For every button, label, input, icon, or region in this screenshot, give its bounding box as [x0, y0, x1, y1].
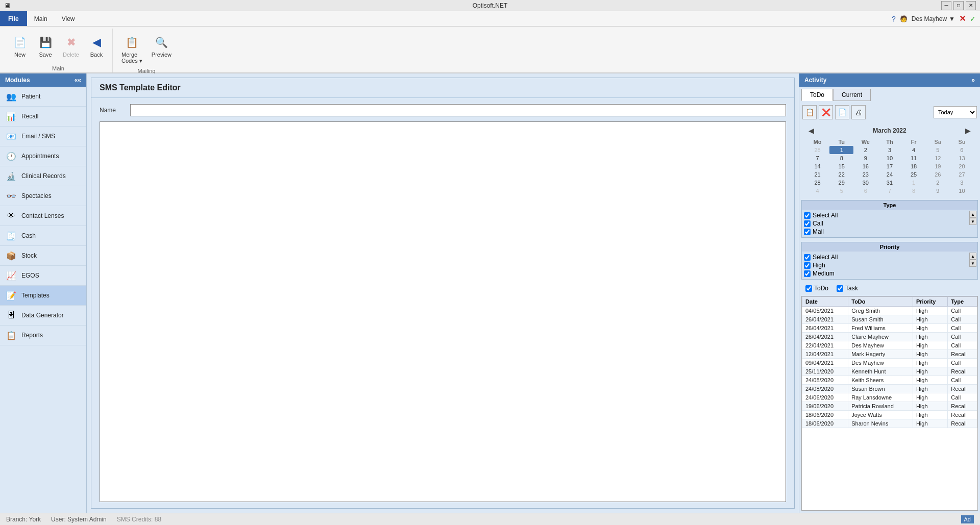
- calendar-day-cell[interactable]: 27: [950, 170, 974, 179]
- preview-button[interactable]: 🔍 Preview: [148, 32, 175, 60]
- close-window-button[interactable]: ✕: [966, 1, 976, 10]
- calendar-day-cell[interactable]: 23: [853, 170, 877, 179]
- calendar-day-cell[interactable]: 17: [877, 162, 901, 170]
- calendar-day-cell[interactable]: 10: [877, 154, 901, 162]
- sidebar-item-templates[interactable]: 📝 Templates: [0, 286, 86, 306]
- calendar-day-cell[interactable]: 1: [829, 146, 853, 154]
- priority-high-checkbox[interactable]: [804, 262, 811, 269]
- priority-medium-checkbox[interactable]: [804, 270, 811, 277]
- activity-table-row[interactable]: 26/04/2021Claire MayhewHighCall: [802, 333, 977, 341]
- new-button[interactable]: 📄 New: [8, 32, 32, 60]
- calendar-day-cell[interactable]: 29: [829, 179, 853, 187]
- priority-scroll-up-button[interactable]: ▲: [969, 253, 976, 260]
- calendar-day-cell[interactable]: 18: [902, 162, 926, 170]
- type-scroll-down-button[interactable]: ▼: [969, 218, 976, 225]
- save-button[interactable]: 💾 Save: [34, 32, 57, 60]
- calendar-day-cell[interactable]: 4: [805, 187, 829, 195]
- activity-table-row[interactable]: 12/04/2021Mark HagertyHighRecall: [802, 350, 977, 359]
- maximize-button[interactable]: □: [953, 1, 964, 10]
- collapse-activity-button[interactable]: »: [971, 77, 975, 84]
- view-menu[interactable]: View: [55, 11, 82, 26]
- calendar-day-cell[interactable]: 15: [829, 162, 853, 170]
- activity-delete-button[interactable]: ❌: [819, 105, 833, 119]
- activity-table-row[interactable]: 26/04/2021Susan SmithHighCall: [802, 315, 977, 324]
- calendar-day-cell[interactable]: 8: [902, 187, 926, 195]
- sidebar-item-stock[interactable]: 📦 Stock: [0, 246, 86, 266]
- type-scroll-up-button[interactable]: ▲: [969, 211, 976, 218]
- activity-table-row[interactable]: 04/05/2021Greg SmithHighCall: [802, 307, 977, 315]
- back-button[interactable]: ◀ Back: [85, 32, 108, 60]
- template-text-area[interactable]: [100, 121, 786, 502]
- sidebar-item-egos[interactable]: 📈 EGOS: [0, 266, 86, 286]
- calendar-day-cell[interactable]: 1: [902, 179, 926, 187]
- calendar-day-cell[interactable]: 24: [877, 170, 901, 179]
- main-menu[interactable]: Main: [27, 11, 55, 26]
- calendar-day-cell[interactable]: 14: [805, 162, 829, 170]
- priority-select-all-checkbox[interactable]: [804, 254, 811, 261]
- type-call-checkbox[interactable]: [804, 220, 811, 227]
- priority-scroll-down-button[interactable]: ▼: [969, 260, 976, 267]
- close-x-button[interactable]: ✕: [959, 14, 966, 23]
- calendar-day-cell[interactable]: 28: [805, 179, 829, 187]
- activity-table-row[interactable]: 18/06/2020Joyce WattsHighRecall: [802, 411, 977, 419]
- calendar-day-cell[interactable]: 21: [805, 170, 829, 179]
- tab-current[interactable]: Current: [833, 89, 871, 101]
- file-menu[interactable]: File: [0, 11, 27, 26]
- calendar-prev-button[interactable]: ◀: [805, 126, 817, 136]
- activity-table-row[interactable]: 24/06/2020Ray LansdowneHighCall: [802, 393, 977, 402]
- calendar-day-cell[interactable]: 7: [805, 154, 829, 162]
- calendar-day-cell[interactable]: 25: [902, 170, 926, 179]
- sidebar-item-email-sms[interactable]: 📧 Email / SMS: [0, 127, 86, 146]
- user-menu[interactable]: Des Mayhew ▼: [912, 15, 955, 22]
- calendar-day-cell[interactable]: 16: [853, 162, 877, 170]
- activity-table-row[interactable]: 25/11/2020Kenneth HuntHighRecall: [802, 367, 977, 376]
- tab-todo[interactable]: ToDo: [801, 89, 833, 101]
- calendar-day-cell[interactable]: 11: [902, 154, 926, 162]
- sidebar-item-cash[interactable]: 🧾 Cash: [0, 226, 86, 246]
- calendar-day-cell[interactable]: 2: [853, 146, 877, 154]
- activity-table-row[interactable]: 18/06/2020Sharon NevinsHighRecall: [802, 419, 977, 428]
- calendar-day-cell[interactable]: 4: [902, 146, 926, 154]
- sidebar-item-appointments[interactable]: 🕐 Appointments: [0, 146, 86, 166]
- calendar-day-cell[interactable]: 30: [853, 179, 877, 187]
- todo-checkbox[interactable]: [805, 285, 812, 292]
- calendar-day-cell[interactable]: 31: [877, 179, 901, 187]
- calendar-day-cell[interactable]: 26: [926, 170, 950, 179]
- calendar-day-cell[interactable]: 2: [926, 179, 950, 187]
- minimize-button[interactable]: ─: [941, 1, 951, 10]
- name-input[interactable]: [130, 104, 786, 116]
- sidebar-item-contact-lenses[interactable]: 👁 Contact Lenses: [0, 206, 86, 226]
- activity-table-row[interactable]: 26/04/2021Fred WilliamsHighCall: [802, 324, 977, 333]
- calendar-day-cell[interactable]: 12: [926, 154, 950, 162]
- sidebar-item-reports[interactable]: 📋 Reports: [0, 326, 86, 345]
- calendar-day-cell[interactable]: 5: [829, 187, 853, 195]
- activity-print-button[interactable]: 🖨: [851, 105, 866, 119]
- calendar-next-button[interactable]: ▶: [962, 126, 974, 136]
- calendar-day-cell[interactable]: 3: [950, 179, 974, 187]
- sidebar-item-clinical-records[interactable]: 🔬 Clinical Records: [0, 166, 86, 186]
- calendar-day-cell[interactable]: 8: [829, 154, 853, 162]
- delete-button[interactable]: ✖ Delete: [59, 32, 83, 60]
- activity-table-row[interactable]: 24/08/2020Susan BrownHighRecall: [802, 385, 977, 393]
- sidebar-item-patient[interactable]: 👥 Patient: [0, 87, 86, 107]
- todo-table-scroll[interactable]: Date ToDo Priority Type 04/05/2021Greg S…: [802, 296, 977, 428]
- sidebar-item-data-generator[interactable]: 🗄 Data Generator: [0, 306, 86, 326]
- activity-edit-button[interactable]: 📄: [835, 105, 849, 119]
- task-checkbox[interactable]: [837, 285, 843, 292]
- activity-table-row[interactable]: 19/06/2020Patricia RowlandHighRecall: [802, 402, 977, 411]
- sidebar-item-recall[interactable]: 📊 Recall: [0, 107, 86, 127]
- activity-add-button[interactable]: 📋: [802, 105, 817, 119]
- help-button[interactable]: ?: [892, 15, 896, 23]
- activity-table-row[interactable]: 09/04/2021Des MayhewHighCall: [802, 359, 977, 367]
- calendar-day-cell[interactable]: 9: [853, 154, 877, 162]
- calendar-day-cell[interactable]: 22: [829, 170, 853, 179]
- activity-table-row[interactable]: 22/04/2021Des MayhewHighCall: [802, 341, 977, 350]
- sidebar-item-spectacles[interactable]: 👓 Spectacles: [0, 186, 86, 206]
- calendar-day-cell[interactable]: 6: [853, 187, 877, 195]
- confirm-button[interactable]: ✓: [970, 15, 976, 23]
- calendar-day-cell[interactable]: 7: [877, 187, 901, 195]
- collapse-sidebar-button[interactable]: «: [75, 77, 81, 84]
- merge-codes-button[interactable]: 📋 MergeCodes ▾: [118, 32, 146, 67]
- calendar-day-cell[interactable]: 20: [950, 162, 974, 170]
- calendar-day-cell[interactable]: 28: [805, 146, 829, 154]
